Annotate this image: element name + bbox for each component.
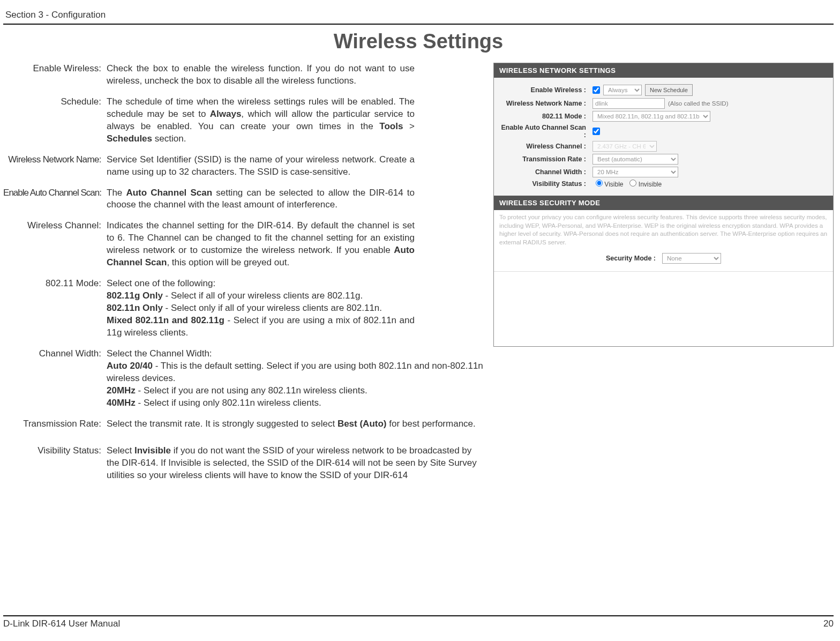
t: - Select if using only 802.11n wireless …	[136, 398, 321, 408]
def-label: Schedule:	[3, 96, 107, 145]
channel-select: 2.437 GHz - CH 6	[592, 141, 657, 152]
b: 802.11g Only	[107, 290, 163, 301]
def-desc: Indicates the channel setting for the DI…	[107, 220, 415, 269]
security-description: To protect your privacy you can configur…	[494, 210, 833, 249]
ss-label-mode: 802.11 Mode :	[498, 113, 589, 120]
section-header: Section 3 - Configuration	[3, 10, 834, 25]
def-desc: Select one of the following: 802.11g Onl…	[107, 278, 415, 339]
t: Invisible	[639, 181, 662, 188]
ssid-note: (Also called the SSID)	[668, 100, 729, 107]
def-label: 802.11 Mode:	[3, 278, 107, 339]
t: , this option will be greyed out.	[167, 257, 289, 267]
def-width: Channel Width: Select the Channel Width:…	[3, 348, 486, 409]
def-desc: The Auto Channel Scan setting can be sel…	[107, 187, 415, 212]
t: The	[107, 188, 126, 198]
invisible-radio[interactable]	[629, 180, 636, 187]
def-label: Wireless Channel:	[3, 220, 107, 269]
def-network-name: Wireless Network Name: Service Set Ident…	[3, 154, 486, 178]
ss-label-secmode: Security Mode :	[606, 255, 659, 262]
width-select[interactable]: 20 MHz	[592, 167, 678, 177]
def-label: Transmission Rate:	[3, 418, 107, 430]
ssid-input[interactable]	[592, 98, 665, 109]
t: Select	[107, 445, 134, 456]
b: Mixed 802.11n and 802.11g	[107, 315, 224, 325]
b: Auto 20/40	[107, 361, 153, 371]
ss-label-auto: Enable Auto Channel Scan :	[498, 124, 589, 139]
blank-area	[494, 271, 833, 346]
ss-label-width: Channel Width :	[498, 168, 589, 176]
schedule-select[interactable]: Always	[603, 85, 642, 95]
content-area: Enable Wireless: Check the box to enable…	[3, 63, 834, 490]
def-enable-wireless: Enable Wireless: Check the box to enable…	[3, 63, 486, 87]
def-desc: Select Invisible if you do not want the …	[107, 445, 486, 482]
t: Select one of the following:	[107, 278, 215, 288]
b: Schedules	[107, 133, 152, 144]
def-label: Enable Auto Channel Scan:	[3, 187, 107, 212]
def-visibility: Visibility Status: Select Invisible if y…	[3, 445, 486, 482]
ss-label-channel: Wireless Channel :	[498, 143, 589, 150]
t: Select the Channel Width:	[107, 348, 212, 359]
def-label: Visibility Status:	[3, 445, 107, 482]
router-screenshot: WIRELESS NETWORK SETTINGS Enable Wireles…	[493, 63, 834, 347]
security-mode-select[interactable]: None	[662, 253, 721, 264]
def-label: Channel Width:	[3, 348, 107, 409]
b: 20MHz	[107, 385, 136, 396]
def-mode: 802.11 Mode: Select one of the following…	[3, 278, 486, 339]
ss-label-name: Wireless Network Name :	[498, 100, 589, 107]
visible-radio[interactable]	[596, 180, 603, 187]
def-desc: Check the box to enable the wireless fun…	[107, 63, 415, 87]
t: - Select if you are not using any 802.11…	[136, 385, 368, 396]
t: Select the transmit rate. It is strongly…	[107, 419, 338, 429]
b: Best (Auto)	[338, 419, 387, 429]
new-schedule-button[interactable]: New Schedule	[645, 84, 693, 96]
page-title: Wireless Settings	[3, 30, 834, 53]
def-channel: Wireless Channel: Indicates the channel …	[3, 220, 486, 269]
visible-radio-label[interactable]: Visible	[592, 180, 623, 188]
def-desc: Select the Channel Width: Auto 20/40 - T…	[107, 348, 486, 409]
b: Always	[210, 109, 242, 119]
b: Auto Channel Scan	[126, 188, 212, 198]
panel-header-network: WIRELESS NETWORK SETTINGS	[494, 63, 833, 78]
def-label: Enable Wireless:	[3, 63, 107, 87]
invisible-radio-label[interactable]: Invisible	[626, 180, 662, 188]
t: - Select only if all of your wireless cl…	[163, 303, 382, 313]
definitions-column: Enable Wireless: Check the box to enable…	[3, 63, 486, 490]
def-label: Wireless Network Name:	[3, 154, 107, 178]
enable-wireless-checkbox[interactable]	[592, 86, 600, 94]
panel-body-network: Enable Wireless : Always New Schedule Wi…	[494, 78, 833, 196]
t: section.	[152, 133, 186, 144]
b: 802.11n Only	[107, 303, 163, 313]
t: >	[403, 121, 415, 131]
b: Tools	[379, 121, 403, 131]
footer-page: 20	[823, 618, 834, 629]
t: Indicates the channel setting for the DI…	[107, 220, 415, 255]
mode-select[interactable]: Mixed 802.11n, 802.11g and 802.11b	[592, 111, 710, 122]
page-footer: D-Link DIR-614 User Manual 20	[3, 615, 834, 629]
ss-label-enable: Enable Wireless :	[498, 86, 589, 94]
t: - Select if all of your wireless clients…	[163, 290, 363, 301]
def-auto-scan: Enable Auto Channel Scan: The Auto Chann…	[3, 187, 486, 212]
def-desc: Select the transmit rate. It is strongly…	[107, 418, 486, 430]
footer-manual: D-Link DIR-614 User Manual	[3, 618, 120, 629]
def-desc: The schedule of time when the wireless s…	[107, 96, 415, 145]
def-schedule: Schedule: The schedule of time when the …	[3, 96, 486, 145]
b: 40MHz	[107, 398, 136, 408]
rate-select[interactable]: Best (automatic)	[592, 154, 678, 165]
t: - This is the default setting. Select if…	[107, 361, 483, 383]
def-desc: Service Set Identifier (SSID) is the nam…	[107, 154, 415, 178]
t: for best performance.	[386, 419, 475, 429]
b: Invisible	[134, 445, 171, 456]
panel-header-security: WIRELESS SECURITY MODE	[494, 196, 833, 210]
ss-label-rate: Transmission Rate :	[498, 155, 589, 163]
t: Visible	[604, 181, 623, 188]
auto-channel-checkbox[interactable]	[592, 128, 600, 135]
ss-label-vis: Visibility Status :	[498, 180, 589, 188]
def-rate: Transmission Rate: Select the transmit r…	[3, 418, 486, 430]
